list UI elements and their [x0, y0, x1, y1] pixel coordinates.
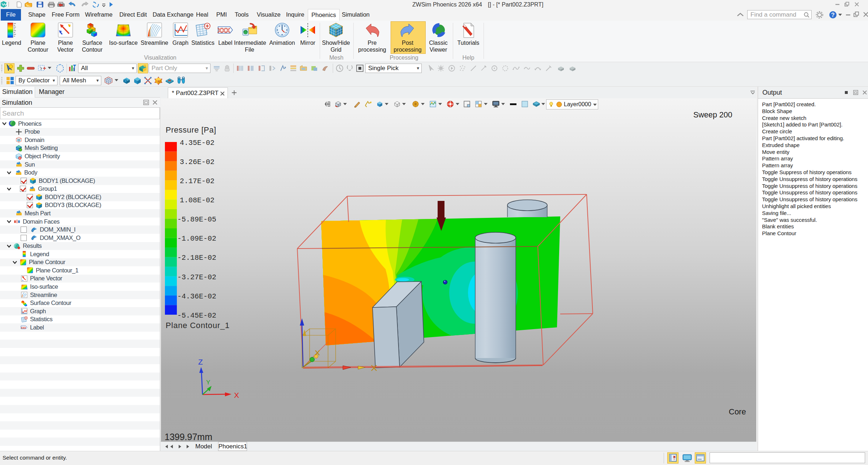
svg-text:-5.89E-05: -5.89E-05 — [177, 215, 216, 224]
svg-text:XXX: XXX — [218, 27, 230, 34]
svg-text:X: X — [234, 391, 239, 399]
svg-text:-3.27E-02: -3.27E-02 — [177, 273, 216, 281]
svg-text:Sweep 200: Sweep 200 — [693, 111, 732, 119]
svg-text:Plane Contour_1: Plane Contour_1 — [166, 321, 230, 330]
svg-text:3.26E-02: 3.26E-02 — [180, 158, 214, 166]
svg-text:-2.18E-02: -2.18E-02 — [177, 254, 216, 262]
svg-text:2.17E-02: 2.17E-02 — [180, 177, 214, 185]
svg-text:Pressure [Pa]: Pressure [Pa] — [166, 125, 216, 134]
svg-text:4.35E-02: 4.35E-02 — [180, 139, 214, 147]
svg-text:Z: Z — [198, 358, 203, 366]
svg-text:?: ? — [831, 12, 835, 18]
svg-text:Core: Core — [729, 407, 746, 416]
svg-text:1.08E-02: 1.08E-02 — [180, 196, 214, 204]
svg-text:Y: Y — [206, 379, 210, 386]
svg-text:-4.36E-02: -4.36E-02 — [177, 292, 216, 301]
svg-text:-5.45E-02: -5.45E-02 — [177, 311, 216, 320]
svg-text:1399.97mm: 1399.97mm — [165, 432, 212, 442]
svg-text:-1.09E-02: -1.09E-02 — [177, 234, 216, 243]
